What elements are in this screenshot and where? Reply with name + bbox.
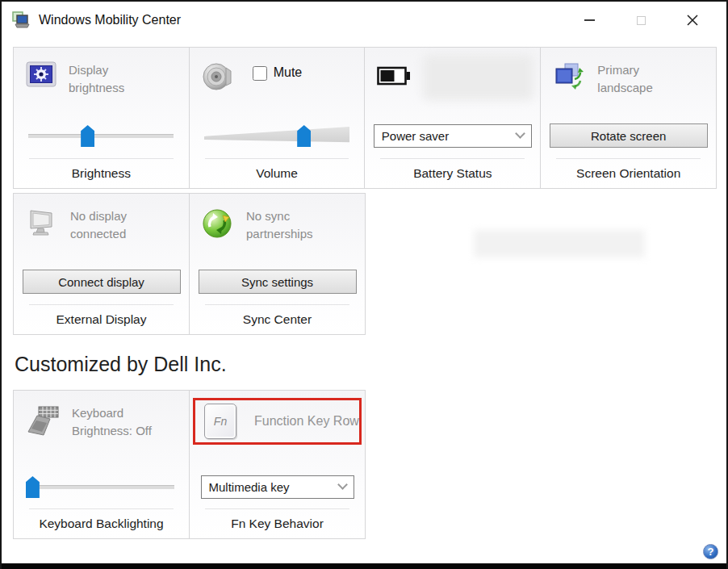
- battery-plan-select[interactable]: Power saver: [374, 124, 532, 148]
- tile-row-1: Display brightness Brightness: [13, 47, 717, 189]
- window-controls: [563, 6, 718, 34]
- battery-tile-label: Battery Status: [365, 159, 540, 188]
- tile-battery: Power saver Battery Status: [364, 47, 541, 189]
- tile-external-display: No display connected Connect display Ext…: [13, 193, 190, 335]
- sync-center-tile-label: Sync Center: [190, 305, 365, 334]
- help-icon: ?: [703, 544, 718, 559]
- orientation-tile-label: Screen Orientation: [541, 159, 716, 188]
- window-title: Windows Mobility Center: [39, 13, 181, 27]
- tile-row-2: No display connected Connect display Ext…: [13, 193, 717, 335]
- screen-orientation-icon: [553, 61, 585, 117]
- keyboard-backlight-icon: [26, 404, 60, 468]
- function-key-row-text: Function Key Row: [254, 414, 359, 429]
- close-icon: [686, 14, 699, 27]
- customized-by-heading: Customized by Dell Inc.: [15, 353, 717, 376]
- display-brightness-icon: [26, 61, 56, 117]
- tiles-area: Display brightness Brightness: [2, 39, 726, 539]
- sync-settings-button[interactable]: Sync settings: [199, 270, 357, 294]
- minimize-button[interactable]: [563, 6, 615, 34]
- keyboard-backlight-status: Keyboard Brightness: Off: [72, 404, 157, 468]
- close-button[interactable]: [667, 6, 718, 34]
- volume-slider[interactable]: [204, 124, 349, 147]
- orientation-status: Primary landscape: [597, 61, 682, 117]
- external-display-tile-label: External Display: [14, 305, 189, 334]
- chevron-down-icon: [337, 479, 348, 490]
- speaker-icon: [202, 61, 232, 117]
- tile-sync-center: No sync partnerships Sync settings Sync …: [189, 193, 366, 335]
- maximize-button[interactable]: [615, 6, 667, 34]
- tile-brightness: Display brightness Brightness: [13, 47, 190, 189]
- tile-row-3: Keyboard Brightness: Off Keyboard Backli…: [13, 390, 717, 539]
- fn-key-icon: Fn: [204, 404, 236, 439]
- brightness-status: Display brightness: [69, 61, 153, 117]
- volume-slider-thumb[interactable]: [297, 125, 311, 147]
- title-bar: Windows Mobility Center: [2, 2, 726, 39]
- tile-volume: Mute Volume: [189, 47, 366, 189]
- minimize-icon: [584, 19, 595, 21]
- bottom-border-bar: [2, 563, 726, 569]
- blurred-battery-status: [423, 55, 533, 100]
- tile-keyboard-backlight: Keyboard Brightness: Off Keyboard Backli…: [13, 390, 190, 539]
- rotate-screen-button[interactable]: Rotate screen: [550, 123, 708, 148]
- mobility-center-app-icon: [11, 10, 31, 30]
- sync-icon: [202, 207, 234, 263]
- connect-display-button[interactable]: Connect display: [23, 270, 181, 294]
- volume-slider-track[interactable]: [204, 126, 349, 144]
- blurred-watermark: [474, 230, 645, 257]
- mute-checkbox[interactable]: [253, 66, 267, 81]
- function-key-row-highlight: Fn Function Key Row: [193, 398, 362, 445]
- mobility-center-window: Windows Mobility Center: [0, 0, 728, 569]
- external-display-icon: [26, 207, 58, 263]
- battery-icon: [377, 66, 411, 117]
- fn-key-behavior-value: Multimedia key: [209, 480, 339, 494]
- sync-status: No sync partnerships: [246, 207, 331, 263]
- keyboard-backlight-tile-label: Keyboard Backlighting: [14, 509, 189, 538]
- volume-tile-label: Volume: [190, 159, 365, 188]
- brightness-tile-label: Brightness: [14, 159, 189, 188]
- brightness-slider[interactable]: [28, 124, 174, 147]
- help-button[interactable]: ?: [703, 544, 719, 560]
- external-display-status: No display connected: [70, 207, 155, 263]
- keyboard-backlight-slider[interactable]: [29, 475, 174, 498]
- keyboard-backlight-slider-track[interactable]: [29, 485, 174, 489]
- mute-control[interactable]: Mute: [253, 65, 303, 117]
- brightness-slider-thumb[interactable]: [81, 125, 94, 147]
- fn-key-behavior-select[interactable]: Multimedia key: [201, 475, 354, 499]
- tile-fn-key-behavior: Fn Function Key Row Multimedia key Fn Ke…: [189, 390, 366, 539]
- fn-key-tile-label: Fn Key Behavior: [190, 509, 365, 538]
- battery-plan-value: Power saver: [382, 129, 517, 143]
- keyboard-backlight-slider-thumb[interactable]: [26, 476, 40, 498]
- tile-orientation: Primary landscape Rotate screen Screen O…: [540, 47, 717, 189]
- brightness-slider-track[interactable]: [28, 134, 174, 138]
- mute-label: Mute: [274, 65, 303, 80]
- maximize-icon: [637, 16, 646, 25]
- chevron-down-icon: [515, 128, 525, 139]
